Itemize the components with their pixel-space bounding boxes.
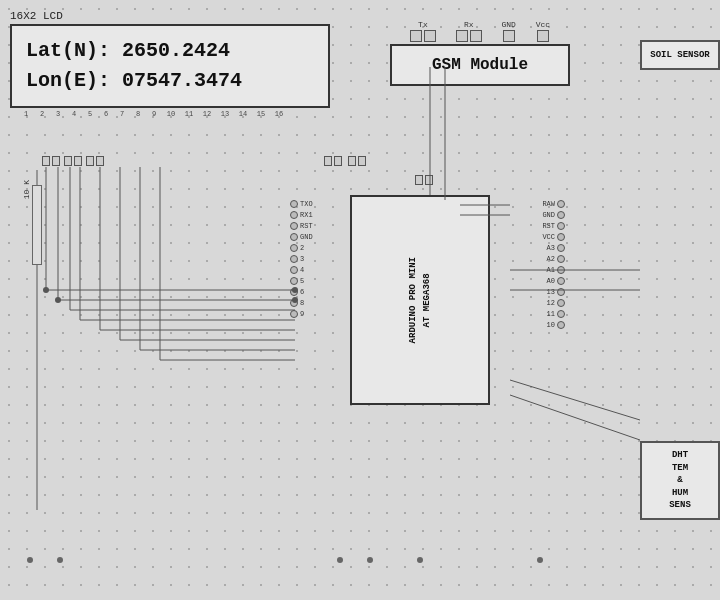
pin-2-label: 2 <box>300 244 304 252</box>
connector-3 <box>415 175 433 185</box>
lcd-body: Lat(N): 2650.2424 Lon(E): 07547.3474 <box>10 24 330 108</box>
gsm-rx-pin1 <box>456 30 468 42</box>
svg-point-32 <box>337 557 343 563</box>
pin-a1-row: A1 <box>542 266 565 274</box>
pin-8: 8 <box>130 110 146 118</box>
jp3-pin2 <box>96 156 104 166</box>
pin-13-label: 13 <box>547 288 555 296</box>
pin-9: 9 <box>146 110 162 118</box>
soil-sensor-label: SOIL SENSOR <box>646 50 714 60</box>
conn3-pin1 <box>415 175 423 185</box>
pin-10: 10 <box>162 110 180 118</box>
svg-line-24 <box>510 380 640 420</box>
pin-a2-circle <box>557 255 565 263</box>
lcd-line2: Lon(E): 07547.3474 <box>26 66 314 96</box>
pin-vcc-row: VCC <box>542 233 565 241</box>
pin-12-circle <box>557 299 565 307</box>
arduino-component: TXO RX1 RST GND 2 3 <box>340 195 510 415</box>
gsm-gnd-label: GND <box>501 20 515 29</box>
pin-11: 11 <box>180 110 198 118</box>
pin-4-circle <box>290 266 298 274</box>
arduino-label1: ARDUINO PRO MINI <box>406 257 420 343</box>
jp1-pin1 <box>42 156 50 166</box>
pin-raw-row: RAW <box>542 200 565 208</box>
pin-13: 13 <box>216 110 234 118</box>
pin-6-circle <box>290 288 298 296</box>
resistor-label: 10 K <box>22 180 31 199</box>
lcd-component: 16X2 LCD Lat(N): 2650.2424 Lon(E): 07547… <box>10 10 350 118</box>
gsm-vcc-pin <box>537 30 549 42</box>
jp1-pin2 <box>52 156 60 166</box>
conn3-pin2 <box>425 175 433 185</box>
pin-a2-row: A2 <box>542 255 565 263</box>
pin-16: 16 <box>270 110 288 118</box>
pin-rx1-row: RX1 <box>290 211 313 219</box>
pin-gnd2-label: GND <box>542 211 555 219</box>
arduino-title: ARDUINO PRO MINI AT MEGA368 <box>406 257 435 343</box>
pin-rst-label: RST <box>300 222 313 230</box>
pin-9-row: 9 <box>290 310 313 318</box>
pin-rst2-label: RST <box>542 222 555 230</box>
svg-point-26 <box>43 287 49 293</box>
gsm-rx-pin2 <box>470 30 482 42</box>
pin-vcc-label: VCC <box>542 233 555 241</box>
resistor-body <box>32 185 42 265</box>
gsm-vcc-label: Vcc <box>536 20 550 29</box>
jp2-pin1 <box>64 156 72 166</box>
pin-a0-label: A0 <box>547 277 555 285</box>
pin-gnd2-row: GND <box>542 211 565 219</box>
pin-14: 14 <box>234 110 252 118</box>
pin-a1-circle <box>557 266 565 274</box>
pin-raw-label: RAW <box>542 200 555 208</box>
pin-9-circle <box>290 310 298 318</box>
pin-6: 6 <box>98 110 114 118</box>
lcd-label: 16X2 LCD <box>10 10 350 22</box>
gsm-component: Tx Rx GND Vcc GSM Module <box>390 20 570 86</box>
pin-a0-circle <box>557 277 565 285</box>
pin-8-row: 8 <box>290 299 313 307</box>
dht-sensor-label: DHTTEM&HUMSENS <box>646 449 714 512</box>
lcd-display: Lat(N): 2650.2424 Lon(E): 07547.3474 <box>26 36 314 96</box>
pin-11-row: 11 <box>542 310 565 318</box>
svg-point-31 <box>57 557 63 563</box>
pin-2-circle <box>290 244 298 252</box>
jp-block-3 <box>86 156 104 166</box>
pin-4-label: 4 <box>300 266 304 274</box>
pin-4-row: 4 <box>290 266 313 274</box>
pin-a0-row: A0 <box>542 277 565 285</box>
svg-point-27 <box>55 297 61 303</box>
gsm-tx-label: Tx <box>418 20 428 29</box>
svg-line-25 <box>510 395 640 440</box>
pin-13-circle <box>557 288 565 296</box>
pin-gnd-label: GND <box>300 233 313 241</box>
pin-txo-row: TXO <box>290 200 313 208</box>
pin-8-label: 8 <box>300 299 304 307</box>
gsm-label: GSM Module <box>412 56 548 74</box>
gsm-tx-pin2 <box>424 30 436 42</box>
pin-1: 1 <box>18 110 34 118</box>
pin-12: 12 <box>198 110 216 118</box>
pin-8-circle <box>290 299 298 307</box>
pin-gnd-row: GND <box>290 233 313 241</box>
conn2-pin1 <box>348 156 356 166</box>
gsm-tx-pin1 <box>410 30 422 42</box>
pin-7: 7 <box>114 110 130 118</box>
arduino-body: ARDUINO PRO MINI AT MEGA368 <box>350 195 490 405</box>
gsm-rx-label: Rx <box>464 20 474 29</box>
gsm-gnd-pin <box>503 30 515 42</box>
connector-2 <box>348 156 366 166</box>
pin-5-circle <box>290 277 298 285</box>
pin-rst-circle <box>290 222 298 230</box>
svg-point-35 <box>537 557 543 563</box>
pin-10-circle <box>557 321 565 329</box>
pin-11-circle <box>557 310 565 318</box>
pin-a3-circle <box>557 244 565 252</box>
pin-12-row: 12 <box>542 299 565 307</box>
pin-rx1-circle <box>290 211 298 219</box>
arduino-label2: AT MEGA368 <box>420 257 434 343</box>
lcd-line1: Lat(N): 2650.2424 <box>26 36 314 66</box>
pin-txo-label: TXO <box>300 200 313 208</box>
jp2-pin2 <box>74 156 82 166</box>
pin-3-circle <box>290 255 298 263</box>
jp3-pin1 <box>86 156 94 166</box>
